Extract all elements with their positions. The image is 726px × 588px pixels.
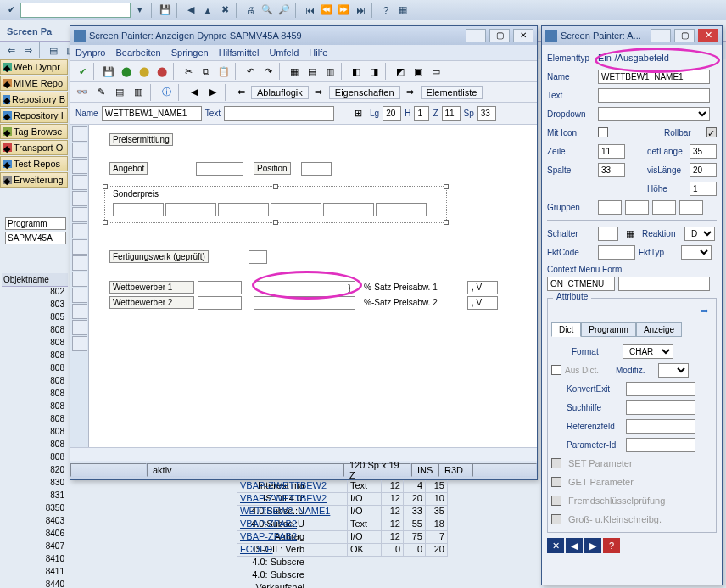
tab-anzeige[interactable]: Anzeige bbox=[636, 322, 682, 337]
obj-row[interactable]: 808 bbox=[34, 440, 68, 452]
obj-row[interactable]: 8403 bbox=[34, 516, 68, 529]
menu-bearbeiten[interactable]: Bearbeiten bbox=[115, 48, 160, 58]
tool-icon[interactable]: ▤ bbox=[46, 42, 61, 58]
cancel-icon[interactable]: ⬤ bbox=[154, 63, 170, 80]
pal-tab-icon[interactable] bbox=[72, 239, 87, 255]
save-icon[interactable]: 💾 bbox=[100, 63, 117, 80]
prev-icon[interactable]: ⏪ bbox=[319, 3, 334, 18]
expand-icon[interactable]: ⊞ bbox=[349, 105, 366, 122]
nav-prev-button[interactable]: ◀ bbox=[566, 538, 583, 553]
sp-col-field[interactable] bbox=[477, 106, 496, 121]
position-input[interactable] bbox=[301, 162, 332, 176]
ctxmenu-prefix[interactable] bbox=[547, 277, 615, 291]
ausdict-checkbox[interactable] bbox=[551, 365, 561, 375]
gruppen-field2[interactable] bbox=[625, 200, 649, 215]
up-icon[interactable]: ▲ bbox=[200, 3, 215, 18]
obj-row[interactable]: 808 bbox=[34, 414, 68, 427]
pal-frame-icon[interactable] bbox=[72, 223, 87, 238]
next-icon[interactable]: ⏩ bbox=[336, 3, 351, 18]
pal-custom-icon[interactable] bbox=[72, 272, 87, 287]
cancel-icon[interactable]: ✖ bbox=[217, 3, 232, 18]
deflange-field[interactable] bbox=[690, 144, 717, 159]
eigenschaften-button[interactable]: Eigenschaften bbox=[329, 86, 400, 99]
menu-umfeld[interactable]: Umfeld bbox=[269, 48, 299, 58]
nav-help-button[interactable]: ? bbox=[603, 538, 620, 553]
fktcode-field[interactable] bbox=[598, 245, 635, 260]
tab-tag-browse[interactable]: ◆Tag Browse bbox=[0, 124, 68, 139]
pal-table-icon[interactable] bbox=[72, 255, 87, 271]
sonder-in3[interactable] bbox=[218, 203, 269, 216]
copy-icon[interactable]: ⧉ bbox=[198, 63, 215, 80]
minimize-button[interactable]: — bbox=[466, 29, 486, 42]
paste-icon[interactable]: 📋 bbox=[215, 63, 232, 80]
schalter-lookup-icon[interactable]: ▦ bbox=[622, 225, 639, 242]
back-icon[interactable]: ⬤ bbox=[118, 63, 135, 80]
reffeld-field[interactable] bbox=[626, 419, 695, 434]
pal-text-icon[interactable] bbox=[72, 143, 87, 158]
obj-row[interactable]: 820 bbox=[34, 465, 68, 478]
elementliste-button[interactable]: Elementliste bbox=[421, 86, 483, 99]
obj-row[interactable]: 808 bbox=[34, 452, 68, 465]
save-icon[interactable]: 💾 bbox=[158, 3, 173, 18]
obj-row[interactable]: 802 bbox=[34, 287, 68, 300]
check-icon[interactable]: ✔ bbox=[74, 63, 91, 80]
menu-hilfsmittel[interactable]: Hilfsmittel bbox=[219, 48, 260, 58]
miticon-checkbox[interactable] bbox=[598, 127, 608, 137]
t21-icon[interactable]: ▤ bbox=[111, 84, 128, 101]
reaktion-select[interactable]: D bbox=[684, 227, 715, 241]
obj-row[interactable]: 803 bbox=[34, 300, 68, 312]
pal-cursor-icon[interactable] bbox=[72, 126, 87, 142]
text-field[interactable] bbox=[224, 106, 334, 121]
ctxmenu-field[interactable] bbox=[618, 277, 710, 291]
t5-icon[interactable]: ◨ bbox=[366, 63, 383, 80]
prop-dropdown-select[interactable] bbox=[598, 107, 710, 121]
layout-icon[interactable]: ▦ bbox=[395, 3, 410, 18]
wett1-input[interactable] bbox=[198, 281, 242, 294]
obj-row[interactable]: 808 bbox=[34, 376, 68, 389]
arrow-left-icon[interactable]: ◀ bbox=[186, 84, 203, 101]
back-icon[interactable]: ◀ bbox=[183, 3, 198, 18]
nav-back-icon[interactable]: ⇐ bbox=[3, 42, 19, 58]
pal-check-icon[interactable] bbox=[72, 175, 87, 190]
nav-right-icon[interactable]: ⇒ bbox=[310, 84, 327, 101]
t22-icon[interactable]: ▥ bbox=[130, 84, 147, 101]
findnext-icon[interactable]: 🔎 bbox=[276, 3, 292, 18]
obj-row[interactable]: 808 bbox=[34, 363, 68, 376]
undo-icon[interactable]: ↶ bbox=[242, 63, 259, 80]
vislange-field[interactable] bbox=[690, 163, 717, 177]
obj-row[interactable]: 8407 bbox=[34, 541, 68, 554]
t7-icon[interactable]: ▣ bbox=[410, 63, 427, 80]
tab-dict[interactable]: Dict bbox=[551, 322, 581, 337]
pal-status-icon[interactable] bbox=[72, 320, 87, 335]
prop-close-button[interactable]: ✕ bbox=[698, 29, 718, 42]
tab-mime-repo[interactable]: ◆MIME Repo bbox=[0, 76, 68, 91]
obj-row[interactable]: 808 bbox=[34, 325, 68, 338]
canvas-scrollbar[interactable] bbox=[70, 447, 537, 461]
ablauflogik-button[interactable]: Ablauflogik bbox=[251, 86, 309, 99]
obj-row[interactable]: 8411 bbox=[34, 567, 68, 580]
z-field[interactable] bbox=[442, 106, 461, 121]
tab-repo-b[interactable]: ◆Repository B bbox=[0, 92, 68, 107]
close-button[interactable]: ✕ bbox=[513, 29, 533, 42]
maximize-button[interactable]: ▢ bbox=[489, 29, 510, 42]
obj-row[interactable]: 808 bbox=[34, 350, 68, 363]
wett2-input[interactable] bbox=[198, 296, 242, 310]
last-icon[interactable]: ⏭ bbox=[353, 3, 368, 18]
pal-sub-icon[interactable] bbox=[72, 288, 87, 303]
sonder-in6[interactable] bbox=[376, 203, 427, 216]
sonder-in4[interactable] bbox=[271, 203, 321, 216]
tab-repo-i[interactable]: ◆Repository I bbox=[0, 108, 68, 123]
pal-button-icon[interactable] bbox=[72, 207, 87, 222]
sonder-in1[interactable] bbox=[113, 203, 164, 216]
spalte-field[interactable] bbox=[598, 163, 625, 177]
prop-minimize-button[interactable]: — bbox=[651, 29, 671, 42]
obj-row[interactable]: 808 bbox=[34, 427, 68, 440]
dropdown-icon[interactable]: ▾ bbox=[132, 3, 148, 18]
form-canvas[interactable]: Preisermittlung Angebot Position Sonderp… bbox=[89, 125, 537, 447]
exit-icon[interactable]: ⬤ bbox=[136, 63, 153, 80]
programm-value[interactable]: SAPMV45A bbox=[5, 232, 66, 244]
menu-dynpro[interactable]: Dynpro bbox=[75, 48, 105, 58]
tab-programm[interactable]: Programm bbox=[581, 322, 636, 337]
pal-split-icon[interactable] bbox=[72, 304, 87, 319]
name-field[interactable] bbox=[102, 106, 202, 121]
